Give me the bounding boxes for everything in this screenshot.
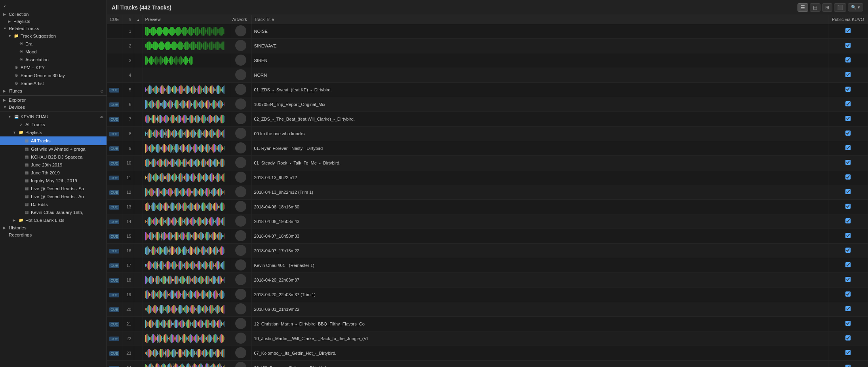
public-checkbox[interactable]: [845, 262, 851, 267]
public-checkbox-cell[interactable]: [828, 53, 868, 68]
public-checkbox-cell[interactable]: [828, 273, 868, 288]
public-checkbox[interactable]: [845, 365, 851, 367]
waveform-preview[interactable]: [143, 185, 230, 200]
waveform-preview[interactable]: [143, 302, 230, 317]
public-checkbox[interactable]: [845, 248, 851, 253]
waveform-preview[interactable]: [143, 97, 230, 112]
view-list-button[interactable]: ☰: [798, 3, 808, 12]
public-checkbox-cell[interactable]: [828, 156, 868, 170]
public-checkbox[interactable]: [845, 306, 851, 311]
sidebar-item-mood[interactable]: Mood: [0, 48, 107, 56]
public-checkbox-cell[interactable]: [828, 317, 868, 331]
public-checkbox-cell[interactable]: [828, 24, 868, 39]
public-checkbox[interactable]: [845, 218, 851, 223]
table-row[interactable]: 3SIREN: [107, 53, 868, 68]
public-checkbox-cell[interactable]: [828, 68, 868, 83]
table-row[interactable]: 1NOISE: [107, 24, 868, 39]
col-header-preview[interactable]: Preview: [143, 15, 230, 24]
public-checkbox[interactable]: [845, 57, 851, 62]
waveform-preview[interactable]: [143, 39, 230, 53]
table-row[interactable]: CUE152018-04-07_16h58m33: [107, 229, 868, 244]
sidebar-item-june-7[interactable]: June 7th 2019: [0, 169, 107, 177]
public-checkbox[interactable]: [845, 174, 851, 180]
public-checkbox-cell[interactable]: [828, 112, 868, 127]
table-row[interactable]: CUE17Kevin Chau #01 - (Remaster 1): [107, 258, 868, 273]
sidebar-item-association[interactable]: Association: [0, 56, 107, 64]
sidebar-item-related-tracks[interactable]: Related Tracks: [0, 25, 107, 32]
sidebar-item-bpm-key[interactable]: BPM + KEY: [0, 64, 107, 72]
table-row[interactable]: CUE112018-04-13_9h22m12: [107, 170, 868, 185]
table-row[interactable]: CUE202018-06-01_21h19m22: [107, 302, 868, 317]
sidebar-item-histories[interactable]: Histories: [0, 224, 107, 231]
sidebar-item-get-wild[interactable]: Get wild w/ Ahmed + prega: [0, 145, 107, 153]
sidebar-item-live-desert-an[interactable]: Live @ Desert Hearts - An: [0, 193, 107, 201]
sidebar-item-all-tracks-playlist[interactable]: All Tracks+: [0, 136, 107, 145]
sidebar-item-same-genre[interactable]: Same Genre in 30day: [0, 72, 107, 79]
sidebar-item-kchau-b2b[interactable]: KCHAU B2B DJ Spaceca: [0, 153, 107, 161]
waveform-preview[interactable]: [143, 361, 230, 367]
waveform-preview[interactable]: [143, 273, 230, 288]
table-row[interactable]: CUE142018-04-06_19h08m43: [107, 214, 868, 229]
sidebar-item-itunes[interactable]: iTunes⊙: [0, 87, 107, 95]
waveform-preview[interactable]: [143, 141, 230, 156]
public-checkbox[interactable]: [845, 335, 851, 341]
public-checkbox-cell[interactable]: [828, 331, 868, 346]
public-checkbox-cell[interactable]: [828, 97, 868, 112]
public-checkbox[interactable]: [845, 277, 851, 282]
table-row[interactable]: CUE2406_Kill_Frenzy_-_Believe_-_Dirtybir…: [107, 361, 868, 367]
col-header-track-title[interactable]: Track Title: [251, 15, 828, 24]
sidebar-item-recordings[interactable]: Recordings: [0, 231, 107, 238]
add-playlist-button[interactable]: +: [97, 138, 103, 144]
table-row[interactable]: CUE182018-04-20_22h03m37: [107, 273, 868, 288]
waveform-preview[interactable]: [143, 288, 230, 302]
table-row[interactable]: CUE132018-04-06_18h16m30: [107, 200, 868, 214]
public-checkbox[interactable]: [845, 160, 851, 165]
waveform-preview[interactable]: [143, 258, 230, 273]
waveform-preview[interactable]: [143, 53, 230, 68]
waveform-preview[interactable]: [143, 214, 230, 229]
sidebar-item-inquiry-may[interactable]: Inquiry May 12th, 2019: [0, 177, 107, 185]
view-cover-button[interactable]: ⬛: [834, 3, 846, 12]
public-checkbox-cell[interactable]: [828, 302, 868, 317]
waveform-preview[interactable]: [143, 24, 230, 39]
sidebar-item-devices[interactable]: Devices: [0, 104, 107, 111]
col-header-cue[interactable]: CUE: [107, 15, 122, 24]
sidebar-collapse-button[interactable]: ›: [0, 0, 107, 11]
sidebar-item-era[interactable]: Era: [0, 40, 107, 48]
public-checkbox[interactable]: [845, 145, 851, 150]
col-header-num[interactable]: #: [122, 15, 134, 24]
table-row[interactable]: CUE162018-04-07_17h15m22: [107, 244, 868, 258]
view-compact-button[interactable]: ▤: [810, 3, 820, 12]
table-row[interactable]: CUE610070584_Trip_Report_Original_Mix: [107, 97, 868, 112]
table-row[interactable]: 4HORN: [107, 68, 868, 83]
waveform-preview[interactable]: [143, 68, 230, 83]
waveform-preview[interactable]: [143, 317, 230, 331]
table-row[interactable]: CUE800 Im the one who knocks: [107, 127, 868, 141]
col-header-sort[interactable]: [134, 15, 143, 24]
sidebar-item-same-artist[interactable]: Same Artist: [0, 79, 107, 87]
table-row[interactable]: CUE2112_Christian_Martin_-_Dirtybird_BBQ…: [107, 317, 868, 331]
waveform-preview[interactable]: [143, 200, 230, 214]
col-header-artwork[interactable]: Artwork: [230, 15, 251, 24]
sidebar-item-live-desert-sa[interactable]: Live @ Desert Hearts - Sa: [0, 185, 107, 193]
table-row[interactable]: CUE501_ZDS_-_Sweat_(feat.KE)_-_Dirtybird…: [107, 83, 868, 97]
public-checkbox-cell[interactable]: [828, 346, 868, 361]
search-button[interactable]: 🔍 ▾: [848, 3, 863, 11]
waveform-preview[interactable]: [143, 229, 230, 244]
public-checkbox-cell[interactable]: [828, 200, 868, 214]
public-checkbox-cell[interactable]: [828, 39, 868, 53]
sidebar-item-collection[interactable]: Collection: [0, 11, 107, 18]
table-row[interactable]: 2SINEWAVE: [107, 39, 868, 53]
waveform-preview[interactable]: [143, 112, 230, 127]
public-checkbox-cell[interactable]: [828, 288, 868, 302]
sidebar-item-june-29[interactable]: June 29th 2019: [0, 161, 107, 169]
sidebar-item-playlists[interactable]: Playlists: [0, 18, 107, 25]
public-checkbox[interactable]: [845, 233, 851, 238]
waveform-preview[interactable]: [143, 170, 230, 185]
sidebar-item-hot-cue-bank[interactable]: Hot Cue Bank Lists: [0, 216, 107, 224]
public-checkbox[interactable]: [845, 116, 851, 121]
table-row[interactable]: CUE2307_Kolombo_-_Its_Gettin_Hot_-_Dirty…: [107, 346, 868, 361]
public-checkbox[interactable]: [845, 131, 851, 136]
public-checkbox[interactable]: [845, 350, 851, 355]
public-checkbox-cell[interactable]: [828, 83, 868, 97]
